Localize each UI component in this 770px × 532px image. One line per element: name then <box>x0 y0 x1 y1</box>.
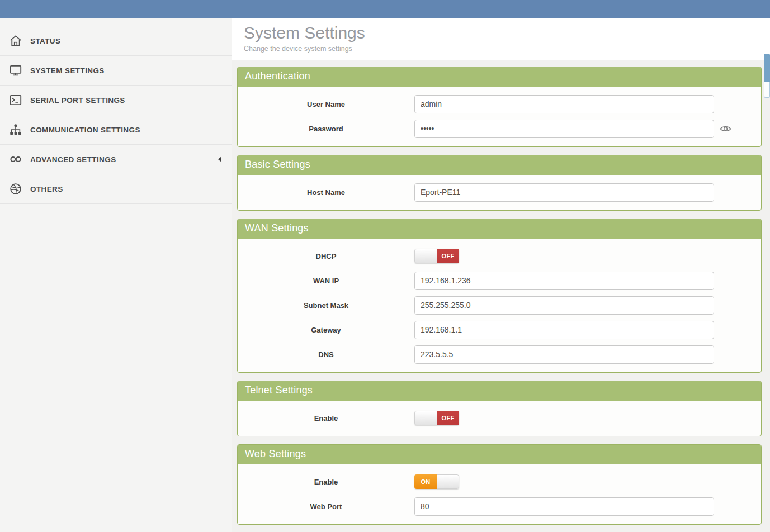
section-wan-settings: WAN SettingsDHCPOFFWAN IPSubnet MaskGate… <box>237 218 762 373</box>
section-body: DHCPOFFWAN IPSubnet MaskGatewayDNS <box>238 239 761 372</box>
form-row-web-port: Web Port <box>238 494 761 519</box>
toggle-knob <box>437 474 459 489</box>
toggle-state-label: OFF <box>437 411 459 425</box>
form-row-host-name: Host Name <box>238 180 761 205</box>
sidebar-item-label: COMMUNICATION SETTINGS <box>30 126 140 134</box>
enable-toggle[interactable]: OFF <box>414 411 459 425</box>
sidebar-nav: STATUSSYSTEM SETTINGSSERIAL PORT SETTING… <box>0 26 232 204</box>
top-bar <box>0 0 770 18</box>
sitemap-icon <box>7 121 24 138</box>
dns-input[interactable] <box>414 345 714 364</box>
sidebar-spacer <box>0 18 232 26</box>
subnet-mask-input[interactable] <box>414 296 714 315</box>
toggle-knob <box>414 249 437 263</box>
sidebar-item-label: STATUS <box>30 37 60 45</box>
section-authentication: AuthenticationUser NamePassword <box>237 66 762 147</box>
scrollbar-track <box>764 82 770 98</box>
sidebar: STATUSSYSTEM SETTINGSSERIAL PORT SETTING… <box>0 18 232 532</box>
section-web-settings: Web SettingsEnableONWeb Port <box>237 444 762 525</box>
form-row-wan-ip: WAN IP <box>238 268 761 293</box>
page-subtitle: Change the device system settings <box>244 45 770 53</box>
form-row-user-name: User Name <box>238 92 761 116</box>
section-title: Authentication <box>238 67 761 87</box>
main-panel: System Settings Change the device system… <box>232 18 770 532</box>
form-row-password: Password <box>238 116 761 141</box>
page-title: System Settings <box>244 23 770 43</box>
enable-toggle[interactable]: ON <box>414 474 459 489</box>
user-name-input[interactable] <box>414 95 714 113</box>
scrollbar-thumb[interactable] <box>764 54 770 82</box>
sidebar-item-others[interactable]: OTHERS <box>0 174 232 204</box>
section-title: WAN Settings <box>238 219 761 239</box>
field-label-host-name: Host Name <box>238 188 414 197</box>
page-header: System Settings Change the device system… <box>232 18 770 60</box>
sidebar-item-serial-port-settings[interactable]: SERIAL PORT SETTINGS <box>0 86 232 115</box>
eye-icon[interactable] <box>719 122 732 135</box>
section-body: EnableOFF <box>238 401 761 436</box>
infinity-icon <box>7 151 24 168</box>
form-row-subnet-mask: Subnet Mask <box>238 293 761 317</box>
field-label-enable: Enable <box>238 478 414 486</box>
sidebar-item-system-settings[interactable]: SYSTEM SETTINGS <box>0 56 232 86</box>
dribbble-icon <box>7 180 24 197</box>
section-body: User NamePassword <box>238 87 761 146</box>
field-label-subnet-mask: Subnet Mask <box>238 301 414 310</box>
field-label-web-port: Web Port <box>238 502 414 511</box>
form-row-gateway: Gateway <box>238 317 761 342</box>
field-label-user-name: User Name <box>238 100 414 108</box>
section-telnet-settings: Telnet SettingsEnableOFF <box>237 381 762 436</box>
field-label-dns: DNS <box>238 350 414 359</box>
terminal-icon <box>7 92 24 108</box>
section-title: Basic Settings <box>238 155 761 175</box>
sidebar-item-communication-settings[interactable]: COMMUNICATION SETTINGS <box>0 115 232 145</box>
gateway-input[interactable] <box>414 321 714 339</box>
password-input[interactable] <box>414 120 714 138</box>
sidebar-item-status[interactable]: STATUS <box>0 26 232 56</box>
dhcp-toggle[interactable]: OFF <box>414 249 459 263</box>
toggle-state-label: OFF <box>437 249 459 263</box>
field-label-enable: Enable <box>238 414 414 422</box>
host-name-input[interactable] <box>414 183 714 202</box>
field-label-wan-ip: WAN IP <box>238 277 414 285</box>
field-label-password: Password <box>238 125 414 133</box>
toggle-state-label: ON <box>414 474 437 489</box>
settings-sections: AuthenticationUser NamePasswordBasic Set… <box>232 60 770 532</box>
sidebar-item-label: OTHERS <box>30 185 63 193</box>
form-row-dns: DNS <box>238 342 761 367</box>
chevron-left-icon <box>218 156 221 162</box>
sidebar-item-label: ADVANCED SETTINGS <box>30 155 116 164</box>
form-row-enable: EnableOFF <box>238 406 761 430</box>
section-title: Telnet Settings <box>238 381 761 401</box>
section-body: Host Name <box>238 175 761 210</box>
field-label-gateway: Gateway <box>238 326 414 334</box>
field-label-dhcp: DHCP <box>238 252 414 260</box>
toggle-knob <box>414 411 437 425</box>
section-title: Web Settings <box>238 445 761 464</box>
section-basic-settings: Basic SettingsHost Name <box>237 155 762 211</box>
sidebar-item-label: SERIAL PORT SETTINGS <box>30 96 125 104</box>
section-body: EnableONWeb Port <box>238 464 761 524</box>
scrollbar[interactable] <box>764 54 770 98</box>
sidebar-item-label: SYSTEM SETTINGS <box>30 66 105 75</box>
sidebar-item-advanced-settings[interactable]: ADVANCED SETTINGS <box>0 145 232 174</box>
form-row-enable: EnableON <box>238 469 761 494</box>
form-row-dhcp: DHCPOFF <box>238 244 761 268</box>
wan-ip-input[interactable] <box>414 272 714 290</box>
home-icon <box>7 32 24 49</box>
web-port-input[interactable] <box>414 497 714 516</box>
monitor-icon <box>7 62 24 79</box>
